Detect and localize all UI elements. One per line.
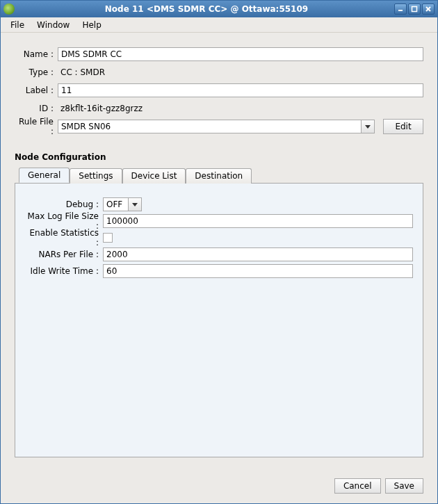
menubar: File Window Help: [1, 17, 437, 33]
menu-window[interactable]: Window: [31, 19, 75, 31]
name-field[interactable]: [58, 47, 423, 61]
maxlog-field[interactable]: [103, 214, 413, 228]
rulefile-combo[interactable]: [58, 120, 375, 133]
footer: Cancel Save: [1, 471, 437, 503]
id-value: z8kflt-16it-gzz8grzz: [58, 104, 423, 113]
enablestats-label: Enable Statistics :: [25, 228, 103, 247]
edit-button[interactable]: Edit: [383, 119, 423, 134]
close-button[interactable]: [422, 3, 435, 15]
titlebar: Node 11 <DMS SDMR CC> @ Ottawa:55109: [1, 1, 437, 17]
tab-destination[interactable]: Destination: [186, 168, 252, 184]
window-title: Node 11 <DMS SDMR CC> @ Ottawa:55109: [19, 4, 394, 14]
tab-device-list[interactable]: Device List: [122, 168, 186, 184]
rulefile-label: Rule File :: [15, 117, 58, 136]
enablestats-checkbox[interactable]: [103, 233, 113, 243]
tab-settings[interactable]: Settings: [70, 168, 122, 184]
tab-general[interactable]: General: [19, 168, 70, 183]
tab-container: General Settings Device List Destination…: [15, 168, 423, 457]
chevron-down-icon: [365, 125, 371, 129]
app-window: Node 11 <DMS SDMR CC> @ Ottawa:55109 Fil…: [0, 0, 438, 504]
type-label: Type :: [15, 67, 58, 77]
rulefile-dropdown-button[interactable]: [361, 120, 375, 133]
svg-rect-1: [412, 7, 417, 12]
cancel-button[interactable]: Cancel: [334, 478, 381, 494]
minimize-icon: [397, 6, 404, 13]
window-controls: [394, 3, 435, 15]
chevron-down-icon: [132, 203, 138, 206]
id-label: ID :: [15, 104, 58, 113]
type-value: CC : SMDR: [58, 67, 423, 77]
save-button[interactable]: Save: [385, 478, 423, 494]
menu-file[interactable]: File: [5, 19, 30, 31]
debug-label: Debug :: [25, 200, 103, 209]
nars-label: NARs Per File :: [25, 250, 103, 259]
maximize-button[interactable]: [408, 3, 421, 15]
section-title: Node Configuration: [15, 152, 423, 162]
idle-label: Idle Write Time :: [25, 266, 103, 276]
label-label: Label :: [15, 86, 58, 95]
tab-panel-general: Debug : Max Log File Size : E: [15, 183, 423, 457]
minimize-button[interactable]: [394, 3, 407, 15]
rulefile-field[interactable]: [58, 120, 361, 133]
close-icon: [425, 6, 432, 13]
nars-field[interactable]: [103, 247, 413, 261]
debug-combo[interactable]: [103, 197, 142, 211]
content-area: Name : Type : CC : SMDR Label : ID : z8k…: [1, 33, 437, 471]
node-config-section: Node Configuration General Settings Devi…: [15, 152, 423, 457]
name-label: Name :: [15, 49, 58, 59]
debug-dropdown-button[interactable]: [128, 197, 142, 211]
app-icon: [3, 3, 15, 15]
menu-help[interactable]: Help: [76, 19, 106, 31]
tab-bar: General Settings Device List Destination: [19, 168, 423, 183]
label-field[interactable]: [58, 83, 423, 97]
maximize-icon: [411, 6, 418, 13]
debug-field[interactable]: [103, 197, 128, 211]
idle-field[interactable]: [103, 264, 413, 278]
